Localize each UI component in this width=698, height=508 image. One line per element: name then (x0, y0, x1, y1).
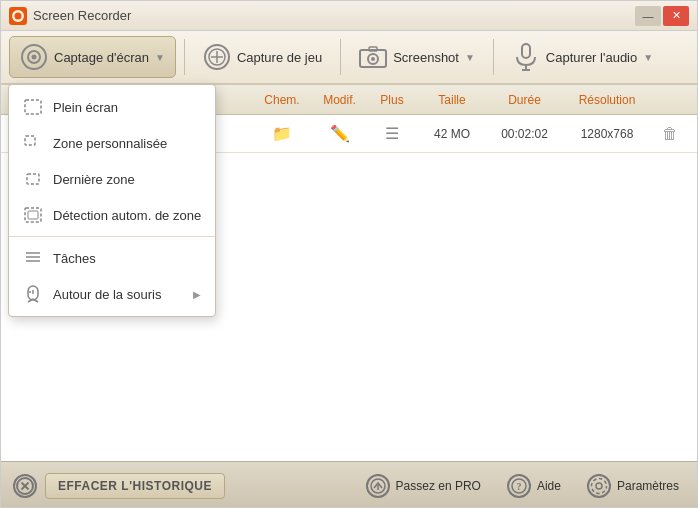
svg-rect-27 (27, 174, 39, 184)
pencil-icon[interactable]: ✏️ (330, 125, 350, 142)
upgrade-icon (366, 474, 390, 498)
menu-item-last-zone[interactable]: Dernière zone (9, 161, 215, 197)
close-button[interactable]: ✕ (663, 6, 689, 26)
svg-rect-13 (522, 44, 530, 58)
row-size: 42 MO (417, 126, 487, 141)
upgrade-button[interactable]: Passez en PRO (360, 470, 487, 502)
menu-item-auto-detect-label: Détection autom. de zone (53, 208, 201, 223)
svg-rect-25 (25, 100, 41, 114)
col-resolution-header: Résolution (562, 93, 652, 107)
capture-audio-label: Capturer l'audio (546, 50, 637, 65)
settings-button[interactable]: Paramètres (581, 470, 685, 502)
capture-screen-chevron: ▼ (155, 52, 165, 63)
clear-history-button[interactable]: EFFACER L'HISTORIQUE (45, 473, 225, 499)
auto-detect-icon (23, 205, 43, 225)
upgrade-label: Passez en PRO (396, 479, 481, 493)
svg-rect-26 (25, 136, 35, 145)
capture-game-icon (203, 43, 231, 71)
custom-zone-icon (23, 133, 43, 153)
capture-screen-dropdown: Plein écran Zone personnalisée Dernière … (8, 84, 216, 317)
capture-audio-chevron: ▼ (643, 52, 653, 63)
menu-item-custom-zone[interactable]: Zone personnalisée (9, 125, 215, 161)
col-path-header: Chem. (252, 93, 312, 107)
col-modif-header: Modif. (312, 93, 367, 107)
capture-screen-icon (20, 43, 48, 71)
footer-right: Passez en PRO ? Aide Paramètres (360, 470, 685, 502)
help-icon: ? (507, 474, 531, 498)
capture-game-label: Capture de jeu (237, 50, 322, 65)
row-more-btn[interactable]: ☰ (367, 124, 417, 143)
help-button[interactable]: ? Aide (501, 470, 567, 502)
svg-rect-28 (25, 208, 41, 222)
app-icon (9, 7, 27, 25)
row-duration: 00:02:02 (487, 126, 562, 141)
window-title: Screen Recorder (33, 8, 131, 23)
footer-left: EFFACER L'HISTORIQUE (13, 473, 225, 499)
minimize-button[interactable]: — (635, 6, 661, 26)
capture-screen-button[interactable]: Captage d'écran ▼ (9, 36, 176, 78)
submenu-arrow: ▶ (193, 289, 201, 300)
around-mouse-icon (23, 284, 43, 304)
lines-icon[interactable]: ☰ (385, 125, 399, 142)
menu-item-custom-zone-label: Zone personnalisée (53, 136, 167, 151)
separator-2 (340, 39, 341, 75)
menu-item-full-screen[interactable]: Plein écran (9, 89, 215, 125)
menu-item-full-screen-label: Plein écran (53, 100, 118, 115)
col-size-header: Taille (417, 93, 487, 107)
settings-label: Paramètres (617, 479, 679, 493)
row-edit-btn[interactable]: ✏️ (312, 124, 367, 143)
svg-point-12 (371, 57, 375, 61)
capture-audio-icon (512, 43, 540, 71)
row-path-btn[interactable]: 📁 (252, 124, 312, 143)
row-delete-btn[interactable]: 🗑 (652, 125, 687, 143)
col-duration-header: Durée (487, 93, 562, 107)
capture-screen-label: Captage d'écran (54, 50, 149, 65)
settings-icon (587, 474, 611, 498)
menu-item-last-zone-label: Dernière zone (53, 172, 135, 187)
folder-icon[interactable]: 📁 (272, 125, 292, 142)
separator-3 (493, 39, 494, 75)
separator-1 (184, 39, 185, 75)
col-plus-header: Plus (367, 93, 417, 107)
window-controls: — ✕ (635, 6, 689, 26)
screenshot-icon (359, 43, 387, 71)
footer: EFFACER L'HISTORIQUE Passez en PRO ? Aid… (1, 461, 697, 508)
toolbar: Captage d'écran ▼ Capture de jeu Screens (1, 31, 697, 85)
capture-game-button[interactable]: Capture de jeu (193, 37, 332, 77)
menu-item-tasks[interactable]: Tâches (9, 240, 215, 276)
svg-point-23 (596, 483, 602, 489)
title-bar-left: Screen Recorder (9, 7, 131, 25)
full-screen-icon (23, 97, 43, 117)
menu-item-auto-detect[interactable]: Détection autom. de zone (9, 197, 215, 233)
row-resolution: 1280x768 (562, 126, 652, 141)
last-zone-icon (23, 169, 43, 189)
trash-icon[interactable]: 🗑 (662, 125, 678, 142)
menu-item-around-mouse-label: Autour de la souris (53, 287, 161, 302)
tasks-icon (23, 248, 43, 268)
svg-point-4 (32, 55, 37, 60)
svg-point-1 (15, 12, 22, 19)
menu-item-tasks-label: Tâches (53, 251, 96, 266)
capture-audio-button[interactable]: Capturer l'audio ▼ (502, 37, 663, 77)
clear-history-icon (13, 474, 37, 498)
menu-item-around-mouse[interactable]: Autour de la souris ▶ (9, 276, 215, 312)
menu-separator (9, 236, 215, 237)
screenshot-chevron: ▼ (465, 52, 475, 63)
screenshot-label: Screenshot (393, 50, 459, 65)
svg-text:?: ? (516, 481, 521, 492)
screenshot-button[interactable]: Screenshot ▼ (349, 37, 485, 77)
svg-point-24 (591, 478, 606, 493)
svg-rect-29 (28, 211, 38, 219)
help-label: Aide (537, 479, 561, 493)
title-bar: Screen Recorder — ✕ (1, 1, 697, 31)
